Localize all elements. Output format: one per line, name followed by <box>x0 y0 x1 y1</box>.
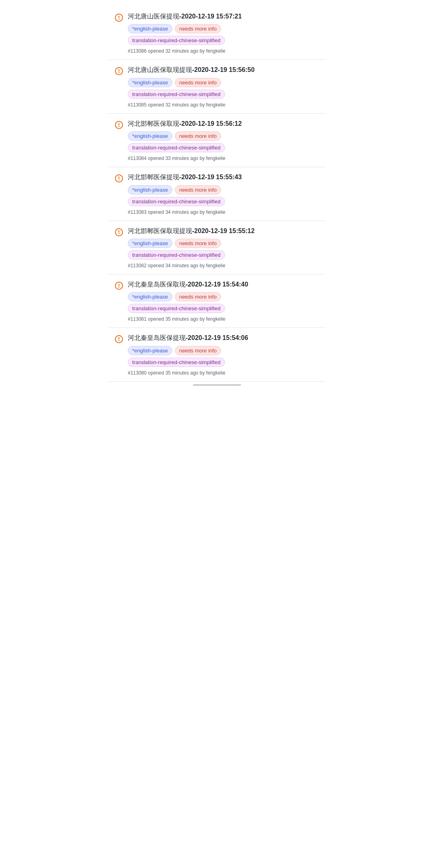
issue-title-normal: 河北唐山医保提现 <box>128 13 179 20</box>
issue-labels: *english-pleaseneeds more infotranslatio… <box>128 292 319 313</box>
issue-meta: #113086 opened 32 minutes ago by fengkel… <box>128 48 319 54</box>
issue-label[interactable]: translation-required-chinese-simplified <box>128 90 225 99</box>
issue-label[interactable]: needs more info <box>175 131 221 141</box>
issue-label[interactable]: translation-required-chinese-simplified <box>128 250 225 260</box>
issue-title: 河北秦皇岛医保取现-2020-12-19 15:54:40 <box>128 280 319 289</box>
issue-label[interactable]: needs more info <box>175 346 221 355</box>
issue-label[interactable]: *english-please <box>128 346 172 355</box>
issue-title: 河北邯郸医保取现提现-2020-12-19 15:55:12 <box>128 227 319 235</box>
issue-labels: *english-pleaseneeds more infotranslatio… <box>128 239 319 260</box>
home-indicator <box>193 384 241 386</box>
issue-label[interactable]: translation-required-chinese-simplified <box>128 197 225 206</box>
issue-content: 河北唐山医保取现提现-2020-12-19 15:56:50*english-p… <box>128 66 319 107</box>
issue-label[interactable]: needs more info <box>175 292 221 301</box>
issue-labels: *english-pleaseneeds more infotranslatio… <box>128 24 319 45</box>
issue-label[interactable]: translation-required-chinese-simplified <box>128 143 225 152</box>
issue-title-normal: 河北秦皇岛医保取现 <box>128 281 186 288</box>
issue-open-icon <box>115 121 123 131</box>
issue-content: 河北邯郸医保取现-2020-12-19 15:56:12*english-ple… <box>128 119 319 161</box>
issue-open-icon <box>115 282 123 291</box>
issue-label[interactable]: *english-please <box>128 239 172 248</box>
issue-label[interactable]: *english-please <box>128 292 172 301</box>
issue-title: 河北秦皇岛医保提现-2020-12-19 15:54:06 <box>128 334 319 342</box>
issue-labels: *english-pleaseneeds more infotranslatio… <box>128 185 319 206</box>
issue-label[interactable]: *english-please <box>128 24 172 33</box>
status-bar <box>108 0 326 6</box>
issue-title-normal: 河北邯郸医保取现 <box>128 120 179 127</box>
issue-label[interactable]: *english-please <box>128 78 172 87</box>
issue-title-normal: 河北唐山医保取现提现 <box>128 66 192 73</box>
issue-title-bold: -2020-12-19 15:56:12 <box>179 120 242 127</box>
issue-label[interactable]: translation-required-chinese-simplified <box>128 304 225 313</box>
issue-title-bold: -2020-12-19 15:55:12 <box>192 227 255 234</box>
issue-item[interactable]: 河北唐山医保取现提现-2020-12-19 15:56:50*english-p… <box>108 60 326 113</box>
issue-item[interactable]: 河北邯郸医保取现-2020-12-19 15:56:12*english-ple… <box>108 114 326 167</box>
issue-label[interactable]: *english-please <box>128 131 172 141</box>
issue-title-bold: -2020-12-19 15:56:50 <box>192 66 255 73</box>
issue-item[interactable]: 河北秦皇岛医保提现-2020-12-19 15:54:06*english-pl… <box>108 328 326 381</box>
issue-item[interactable]: 河北邯郸医保提现-2020-12-19 15:55:43*english-ple… <box>108 167 326 221</box>
issue-labels: *english-pleaseneeds more infotranslatio… <box>128 346 319 367</box>
issue-meta: #113081 opened 35 minutes ago by fengkel… <box>128 316 319 322</box>
issue-item[interactable]: 河北秦皇岛医保取现-2020-12-19 15:54:40*english-pl… <box>108 274 326 328</box>
issue-title: 河北邯郸医保取现-2020-12-19 15:56:12 <box>128 119 319 128</box>
issue-label[interactable]: translation-required-chinese-simplified <box>128 358 225 367</box>
issue-open-icon <box>115 335 123 345</box>
issue-title: 河北唐山医保提现-2020-12-19 15:57:21 <box>128 12 319 21</box>
issue-label[interactable]: needs more info <box>175 24 221 33</box>
issue-content: 河北邯郸医保取现提现-2020-12-19 15:55:12*english-p… <box>128 227 319 268</box>
issue-meta: #113085 opened 32 minutes ago by fengkel… <box>128 102 319 108</box>
issue-open-icon <box>115 67 123 77</box>
issue-content: 河北邯郸医保提现-2020-12-19 15:55:43*english-ple… <box>128 173 319 215</box>
issue-content: 河北秦皇岛医保提现-2020-12-19 15:54:06*english-pl… <box>128 334 319 375</box>
issue-title-normal: 河北邯郸医保提现 <box>128 174 179 180</box>
issue-label[interactable]: needs more info <box>175 185 221 194</box>
issue-list: 河北唐山医保提现-2020-12-19 15:57:21*english-ple… <box>108 6 326 382</box>
issue-open-icon <box>115 174 123 184</box>
issue-content: 河北秦皇岛医保取现-2020-12-19 15:54:40*english-pl… <box>128 280 319 322</box>
issue-item[interactable]: 河北邯郸医保取现提现-2020-12-19 15:55:12*english-p… <box>108 221 326 274</box>
issue-title-bold: -2020-12-19 15:55:43 <box>179 174 242 180</box>
issue-title: 河北唐山医保取现提现-2020-12-19 15:56:50 <box>128 66 319 74</box>
issue-content: 河北唐山医保提现-2020-12-19 15:57:21*english-ple… <box>128 12 319 54</box>
issue-labels: *english-pleaseneeds more infotranslatio… <box>128 78 319 99</box>
issue-title-normal: 河北邯郸医保取现提现 <box>128 227 192 234</box>
issue-label[interactable]: *english-please <box>128 185 172 194</box>
issue-title: 河北邯郸医保提现-2020-12-19 15:55:43 <box>128 173 319 182</box>
issue-open-icon <box>115 228 123 238</box>
issue-meta: #113082 opened 34 minutes ago by fengkel… <box>128 263 319 268</box>
issue-label[interactable]: needs more info <box>175 239 221 248</box>
issue-meta: #113080 opened 35 minutes ago by fengkel… <box>128 370 319 376</box>
issue-item[interactable]: 河北唐山医保提现-2020-12-19 15:57:21*english-ple… <box>108 6 326 60</box>
issue-title-bold: -2020-12-19 15:54:06 <box>186 334 248 341</box>
issue-label[interactable]: needs more info <box>175 78 221 87</box>
bottom-bar <box>108 382 326 390</box>
issue-label[interactable]: translation-required-chinese-simplified <box>128 36 225 45</box>
issue-title-bold: -2020-12-19 15:54:40 <box>186 281 248 288</box>
issue-title-bold: -2020-12-19 15:57:21 <box>179 13 242 20</box>
issue-meta: #113084 opened 33 minutes ago by fengkel… <box>128 156 319 161</box>
issue-open-icon <box>115 14 123 23</box>
issue-meta: #113083 opened 34 minutes ago by fengkel… <box>128 209 319 215</box>
issue-title-normal: 河北秦皇岛医保提现 <box>128 334 186 341</box>
issue-labels: *english-pleaseneeds more infotranslatio… <box>128 131 319 152</box>
